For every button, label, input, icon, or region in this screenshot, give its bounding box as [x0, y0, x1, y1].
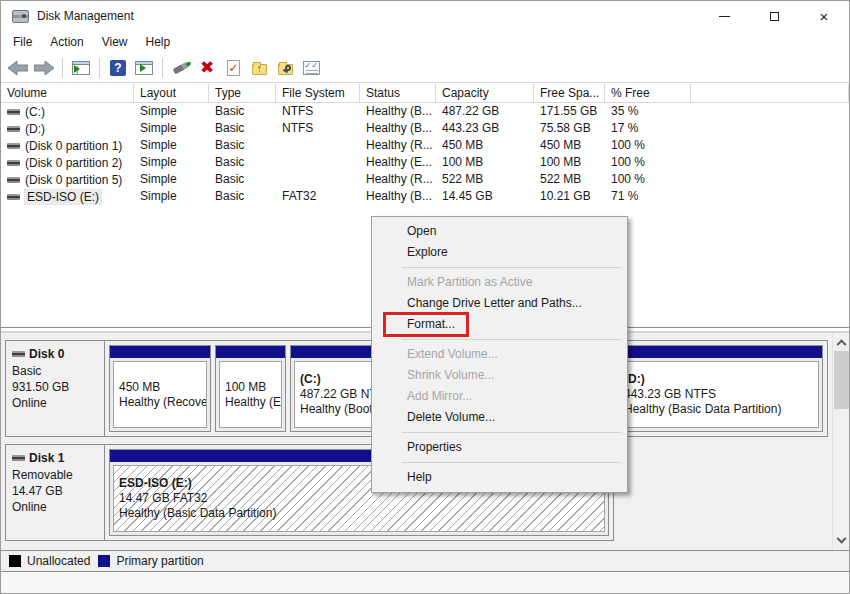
table-row-esd-iso-selected[interactable]: ESD-ISO (E:) Simple Basic FAT32 Healthy …: [1, 188, 849, 205]
minimize-button[interactable]: [699, 1, 749, 31]
document-check-icon: [227, 60, 240, 76]
open-button[interactable]: ↑: [248, 56, 270, 80]
menu-file[interactable]: File: [4, 33, 41, 51]
partition-100mb[interactable]: 100 MB Healthy (EF: [215, 345, 286, 432]
delete-volume-button[interactable]: ✖: [196, 56, 218, 80]
capacity-cell: 443.23 GB: [436, 120, 534, 137]
scroll-down-button[interactable]: [833, 533, 850, 550]
empty-cell: [691, 137, 849, 154]
volume-cell: (Disk 0 partition 5): [1, 171, 134, 188]
disk1-kind: Removable: [12, 467, 100, 483]
capacity-cell: 14.45 GB: [436, 188, 534, 205]
partition-size: 100 MB: [225, 380, 276, 395]
primary-partition-bar: [110, 346, 210, 358]
table-row-c[interactable]: (C:) Simple Basic NTFS Healthy (B... 487…: [1, 103, 849, 120]
toolbar-separator: [99, 58, 100, 78]
volume-cell: (C:): [1, 103, 134, 120]
fs-cell: NTFS: [276, 120, 360, 137]
column-header-type[interactable]: Type: [209, 84, 276, 102]
folder-search-icon: [278, 64, 293, 75]
toolbar-separator: [62, 58, 63, 78]
disk1-label-box[interactable]: Disk 1 Removable 14.47 GB Online: [6, 445, 105, 540]
partition-status: Healthy (Basic Data Partition): [119, 506, 599, 521]
volume-cell: (D:): [1, 120, 134, 137]
partition-title: (D:): [624, 372, 813, 387]
mark-partition-active-button[interactable]: [222, 56, 244, 80]
table-row-d[interactable]: (D:) Simple Basic NTFS Healthy (B... 443…: [1, 120, 849, 137]
menu-item-format[interactable]: Format...: [372, 314, 627, 335]
table-row-disk0-part2[interactable]: (Disk 0 partition 2) Simple Basic Health…: [1, 154, 849, 171]
explore-button[interactable]: [274, 56, 296, 80]
pct-cell: 100 %: [605, 171, 691, 188]
disk0-name: Disk 0: [29, 347, 64, 361]
table-row-disk0-part1[interactable]: (Disk 0 partition 1) Simple Basic Health…: [1, 137, 849, 154]
free-cell: 450 MB: [534, 137, 605, 154]
empty-cell: [691, 120, 849, 137]
capacity-cell: 100 MB: [436, 154, 534, 171]
red-x-delete-icon: ✖: [200, 59, 214, 76]
drive-icon: [7, 177, 20, 183]
pct-cell: 35 %: [605, 103, 691, 120]
legend-unallocated: Unallocated: [9, 554, 90, 568]
fs-cell: [276, 171, 360, 188]
menu-help[interactable]: Help: [137, 33, 180, 51]
back-button[interactable]: [7, 56, 29, 80]
fs-cell: [276, 154, 360, 171]
help-button[interactable]: ?: [107, 56, 129, 80]
partition-status: Healthy (EF: [225, 395, 276, 410]
menu-item-change-drive-letter[interactable]: Change Drive Letter and Paths...: [372, 293, 627, 314]
partition-status: Healthy (Basic Data Partition): [624, 402, 813, 417]
menu-item-properties[interactable]: Properties: [372, 437, 627, 458]
vertical-scrollbar[interactable]: [832, 333, 849, 550]
show-console-tree-button[interactable]: [70, 56, 92, 80]
disk-icon: [12, 455, 25, 461]
column-header-capacity[interactable]: Capacity: [436, 84, 534, 102]
pct-cell: 17 %: [605, 120, 691, 137]
forward-button[interactable]: [33, 56, 55, 80]
launch-tool-button[interactable]: [170, 56, 192, 80]
type-cell: Basic: [209, 120, 276, 137]
disk0-label-box[interactable]: Disk 0 Basic 931.50 GB Online: [6, 341, 105, 436]
column-header-free-space[interactable]: Free Spa...: [534, 84, 605, 102]
table-row-disk0-part5[interactable]: (Disk 0 partition 5) Simple Basic Health…: [1, 171, 849, 188]
window-title: Disk Management: [37, 9, 134, 23]
free-cell: 100 MB: [534, 154, 605, 171]
chevron-down-icon: [837, 534, 847, 544]
menu-item-delete-volume[interactable]: Delete Volume...: [372, 407, 627, 428]
column-header-layout[interactable]: Layout: [134, 84, 209, 102]
menu-action[interactable]: Action: [41, 33, 92, 51]
volume-table-header: Volume Layout Type File System Status Ca…: [1, 84, 849, 103]
drive-icon: [7, 194, 20, 200]
menu-item-extend-volume: Extend Volume...: [372, 344, 627, 365]
menu-separator: [402, 267, 621, 268]
pct-cell: 100 %: [605, 137, 691, 154]
scrollbar-thumb[interactable]: [834, 351, 849, 409]
forward-arrow-icon: [34, 61, 54, 75]
type-cell: Basic: [209, 103, 276, 120]
back-arrow-icon: [8, 61, 28, 75]
help-icon: ?: [110, 60, 126, 76]
column-header-volume[interactable]: Volume: [1, 84, 134, 102]
partition-d[interactable]: (D:) 443.23 GB NTFS Healthy (Basic Data …: [614, 345, 823, 432]
menu-item-open[interactable]: Open: [372, 221, 627, 242]
maximize-icon: [770, 12, 779, 21]
scroll-up-button[interactable]: [833, 333, 850, 350]
close-button[interactable]: ×: [799, 1, 849, 31]
maximize-button[interactable]: [749, 1, 799, 31]
column-header-file-system[interactable]: File System: [276, 84, 360, 102]
legend-label: Primary partition: [116, 554, 203, 568]
menu-item-explore[interactable]: Explore: [372, 242, 627, 263]
column-header-pct-free[interactable]: % Free: [605, 84, 691, 102]
partition-450mb[interactable]: 450 MB Healthy (Recove: [109, 345, 211, 432]
legend-primary-partition: Primary partition: [98, 554, 203, 568]
properties-button[interactable]: [300, 56, 322, 80]
context-menu: Open Explore Mark Partition as Active Ch…: [371, 216, 628, 493]
menu-item-help[interactable]: Help: [372, 467, 627, 488]
disk1-status: Online: [12, 499, 100, 515]
show-action-pane-button[interactable]: [133, 56, 155, 80]
menu-view[interactable]: View: [93, 33, 137, 51]
toolbar-separator: [162, 58, 163, 78]
status-cell: Healthy (B...: [360, 188, 436, 205]
column-header-status[interactable]: Status: [360, 84, 436, 102]
empty-cell: [691, 154, 849, 171]
